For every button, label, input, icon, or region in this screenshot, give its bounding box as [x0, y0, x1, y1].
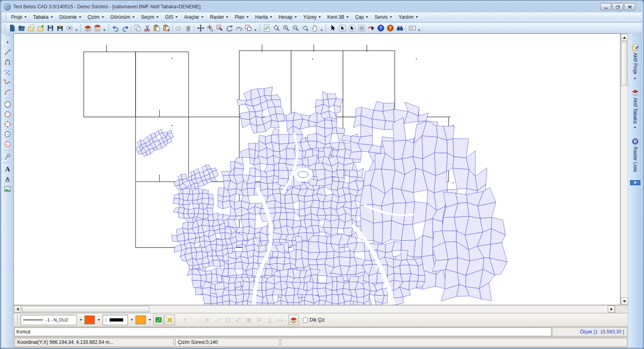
offset-button[interactable] — [243, 23, 253, 33]
text-tool-button[interactable]: A — [3, 164, 12, 174]
horizontal-scroll-thumb[interactable] — [22, 306, 149, 312]
vertex-edit-button[interactable] — [234, 23, 243, 33]
scroll-right-button[interactable] — [608, 306, 615, 313]
select-box-button[interactable] — [338, 23, 347, 33]
numbering-button[interactable]: 12 — [407, 23, 417, 33]
line-color-dropdown-button[interactable] — [96, 315, 102, 325]
select-cube-button[interactable] — [357, 23, 366, 33]
select-lasso-button[interactable] — [347, 23, 357, 33]
find-button[interactable] — [395, 23, 404, 33]
redraw-button[interactable] — [262, 23, 271, 33]
menu-tabaka[interactable]: Tabaka — [30, 13, 56, 21]
delete-button[interactable] — [183, 23, 193, 33]
zoom-dynamic-button[interactable] — [271, 23, 281, 33]
select-raster-button[interactable] — [366, 23, 376, 33]
menu--izim[interactable]: Çizim — [84, 13, 107, 21]
toolbar-grip[interactable] — [80, 24, 82, 32]
dimension-tool-button[interactable]: s=a= — [3, 67, 12, 77]
menu-gis[interactable]: GIS — [162, 13, 181, 21]
scale-indicator[interactable]: Ölçek [1: 15.593,30 ] — [552, 327, 627, 336]
menu--ap[interactable]: Çap — [352, 13, 371, 21]
line-type-combo[interactable]: -1 - N_DUZ — [20, 315, 77, 325]
line-color-swatch[interactable] — [84, 316, 95, 324]
circle-center-tool-button[interactable] — [3, 129, 12, 139]
menu-yard-m[interactable]: Yardım — [395, 13, 421, 21]
horizontal-scroll-track[interactable] — [21, 306, 608, 313]
menu-se-im[interactable]: Seçim — [138, 13, 162, 21]
polyline-tool-button[interactable] — [3, 57, 12, 67]
spline-tool-button[interactable]: S — [3, 77, 12, 87]
menubar-grip[interactable] — [5, 14, 7, 21]
toolbar-overflow-button[interactable] — [253, 24, 257, 32]
polygon-edit-tool-button[interactable] — [3, 120, 12, 129]
help-blue-button[interactable]: ? — [376, 23, 385, 33]
fill-color-dropdown-button[interactable] — [147, 315, 153, 325]
command-input[interactable]: Komut: — [14, 327, 552, 336]
layer-stack-button[interactable] — [83, 23, 92, 33]
arc-tool-button[interactable] — [3, 87, 12, 97]
google-earth-button[interactable] — [65, 23, 74, 33]
horizontal-scrollbar[interactable] — [14, 305, 628, 313]
eraser-button[interactable] — [174, 23, 183, 33]
scroll-down-button[interactable] — [621, 298, 628, 305]
menu-raster[interactable]: Raster — [207, 13, 232, 21]
line-tool-button[interactable] — [3, 47, 12, 57]
pan-button[interactable] — [310, 23, 319, 33]
line-width-dropdown-button[interactable] — [129, 315, 135, 325]
scale-button[interactable] — [215, 23, 224, 33]
image-tool-button[interactable] — [3, 184, 12, 194]
zoom-window-button[interactable] — [300, 23, 310, 33]
toolbar-grip[interactable] — [259, 24, 261, 32]
toolbar-grip[interactable] — [4, 24, 6, 32]
minimize-button[interactable] — [600, 3, 611, 10]
doc-new-button[interactable] — [7, 23, 17, 33]
vertical-scrollbar[interactable] — [620, 33, 628, 305]
copy-button[interactable] — [133, 23, 142, 33]
map-canvas[interactable] — [14, 33, 620, 305]
menu-servis[interactable]: Servis — [371, 13, 395, 21]
toolbar-overflow-button[interactable] — [102, 24, 106, 32]
zoom-out-button[interactable] — [291, 23, 300, 33]
line-type-dropdown-button[interactable] — [78, 315, 84, 325]
close-button[interactable] — [624, 3, 635, 10]
sidebar-grip[interactable] — [632, 35, 639, 37]
menu-kent-3b[interactable]: Kent 3B — [324, 13, 352, 21]
hatch-image-button[interactable] — [153, 315, 164, 325]
menu-proje[interactable]: Proje — [8, 13, 30, 21]
menu-plan[interactable]: Plan — [232, 13, 252, 21]
layer-manager-button[interactable] — [289, 315, 299, 325]
toolbar-overflow-button[interactable] — [319, 24, 324, 32]
palette-grip[interactable] — [4, 34, 11, 36]
polygon-node-tool-button[interactable] — [3, 110, 12, 119]
folder-add-button[interactable] — [36, 23, 45, 33]
scroll-left-button[interactable] — [14, 306, 21, 313]
clear-fill-button[interactable] — [165, 315, 175, 325]
folder-open-button[interactable] — [17, 23, 26, 33]
fill-color-swatch[interactable] — [135, 316, 146, 324]
vertical-scroll-thumb[interactable] — [621, 42, 627, 86]
menu-g-r-n-m[interactable]: Görünüm — [107, 13, 138, 21]
move-button[interactable] — [196, 23, 205, 33]
sidebar-tab-aktif-tabaka[interactable]: Aktif Tabaka▸ — [632, 86, 639, 131]
point-tool-button[interactable] — [3, 37, 12, 47]
title-bar[interactable]: Test Belsis CAD 3.0r140515 - Demo Sürümü… — [2, 2, 642, 12]
cut-button[interactable] — [142, 23, 152, 33]
scroll-up-button[interactable] — [621, 34, 628, 41]
line-width-combo[interactable]: 1 — [102, 315, 128, 325]
undo-button[interactable] — [111, 23, 120, 33]
menu-ara-lar[interactable]: Araçlar — [181, 13, 207, 21]
toolbar-overflow-button[interactable] — [74, 24, 79, 32]
sidebar-expand-button[interactable] — [630, 180, 640, 185]
menu-d-zenle[interactable]: Düzenle — [56, 13, 84, 21]
toolbar-grip[interactable] — [108, 24, 110, 32]
polygon-tool-button[interactable] — [3, 100, 12, 109]
restore-button[interactable] — [612, 3, 623, 10]
vertical-scroll-track[interactable] — [621, 41, 628, 298]
sidebar-tab-raster-liste[interactable]: RRaster Liste — [632, 135, 639, 174]
move-node-button[interactable] — [205, 23, 215, 33]
menu-y-zey[interactable]: Yüzey — [300, 13, 324, 21]
redo-button[interactable] — [120, 23, 130, 33]
dik-ciz-checkbox[interactable] — [303, 318, 308, 323]
toolbar-grip[interactable] — [325, 24, 327, 32]
rotate-button[interactable] — [224, 23, 234, 33]
